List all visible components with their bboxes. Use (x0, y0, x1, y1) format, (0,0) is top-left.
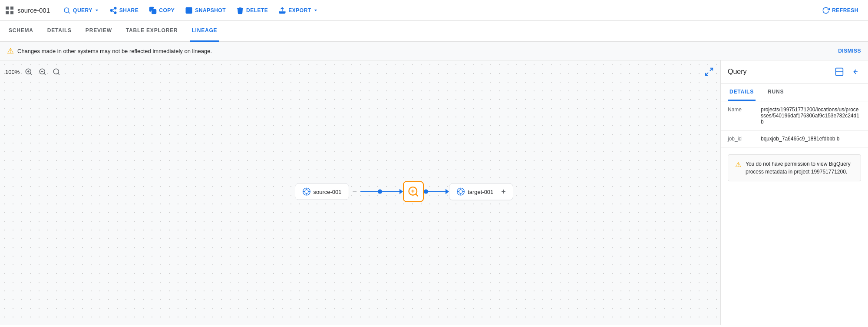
title-text: source-001 (17, 7, 50, 14)
svg-point-7 (114, 7, 116, 9)
svg-line-10 (112, 11, 114, 12)
panel-title: Query (728, 68, 830, 76)
target-table-icon (456, 187, 465, 196)
share-icon (109, 7, 117, 14)
panel-tab-runs[interactable]: RUNS (766, 83, 785, 101)
detail-row-name: Name projects/199751771200/locations/us/… (721, 101, 868, 130)
detail-key-jobid: job_id (728, 136, 754, 142)
query-node[interactable] (403, 181, 424, 202)
warning-box-text: You do not have permission to view BigQu… (746, 160, 854, 176)
svg-line-36 (416, 194, 418, 196)
connector-left: − (349, 187, 403, 196)
dot-right (424, 190, 428, 194)
svg-marker-17 (314, 10, 317, 11)
tab-table-explorer[interactable]: TABLE EXPLORER (124, 21, 180, 42)
export-icon (278, 7, 286, 14)
svg-rect-12 (152, 9, 156, 13)
target-node-label: target-001 (468, 188, 493, 195)
source-node-icon (302, 187, 310, 196)
notification-bar: ⚠ Changes made in other systems may not … (0, 42, 868, 60)
source-node[interactable]: source-001 (294, 184, 349, 200)
snapshot-button[interactable]: SNAPSHOT (181, 4, 230, 17)
connector-right (424, 189, 449, 194)
zoom-reset-icon (53, 68, 60, 76)
main-area: 100% (0, 60, 868, 325)
line-left2 (382, 191, 399, 192)
tab-lineage[interactable]: LINEAGE (190, 21, 219, 42)
panel-layout-button[interactable] (833, 66, 845, 78)
panel-collapse-button[interactable] (849, 66, 861, 78)
refresh-icon (822, 7, 830, 14)
canvas-area[interactable]: 100% (0, 60, 720, 325)
warning-box: ⚠ You do not have permission to view Big… (728, 154, 861, 181)
snapshot-icon (185, 7, 193, 14)
table-search-icon (302, 187, 310, 196)
detail-key-name: Name (728, 107, 754, 125)
notification-text: Changes made in other systems may not be… (17, 48, 835, 54)
zoom-out-icon (39, 68, 46, 76)
svg-point-40 (459, 190, 462, 193)
svg-rect-1 (10, 7, 13, 10)
svg-point-30 (304, 190, 308, 193)
zoom-level: 100% (5, 69, 21, 75)
page-title: source-001 (5, 6, 50, 15)
arrow-left (399, 189, 403, 194)
right-panel: Query DETAILS RUNS (720, 60, 868, 325)
copy-icon (149, 7, 157, 14)
tab-details[interactable]: DETAILS (46, 21, 73, 42)
share-button[interactable]: SHARE (105, 4, 143, 17)
delete-button[interactable]: DELETE (232, 4, 272, 17)
svg-rect-13 (186, 7, 192, 13)
warning-box-icon: ⚠ (735, 160, 741, 169)
zoom-controls: 100% (5, 66, 63, 78)
grid-icon (5, 6, 14, 15)
expand-icon (704, 67, 714, 77)
panel-tab-details[interactable]: DETAILS (728, 83, 756, 101)
dot-left (378, 190, 382, 194)
detail-value-jobid: bquxjob_7a6465c9_1881efdbbb b (761, 136, 840, 142)
layout-icon (835, 67, 844, 76)
line-left (360, 191, 378, 192)
collapse-panel-icon (851, 67, 859, 76)
expand-canvas-button[interactable] (703, 66, 715, 78)
export-button[interactable]: EXPORT (274, 4, 322, 17)
query-button[interactable]: QUERY (59, 4, 103, 17)
collapse-button[interactable]: − (353, 187, 357, 196)
lineage-diagram: source-001 − (294, 181, 513, 202)
expand-node-button[interactable]: + (501, 187, 506, 196)
zoom-out-button[interactable] (36, 66, 49, 78)
top-bar: source-001 QUERY SHARE COPY SNAPSHOT DEL… (0, 0, 868, 21)
svg-line-5 (68, 12, 70, 13)
copy-button[interactable]: COPY (145, 4, 179, 17)
panel-content: Name projects/199751771200/locations/us/… (721, 101, 868, 325)
svg-line-19 (30, 73, 31, 74)
dismiss-button[interactable]: DISMISS (838, 48, 861, 54)
panel-header: Query (721, 60, 868, 83)
refresh-button[interactable]: REFRESH (818, 4, 863, 17)
svg-point-25 (53, 69, 59, 74)
svg-line-23 (44, 73, 45, 74)
zoom-in-button[interactable] (23, 66, 35, 78)
svg-marker-6 (96, 10, 98, 11)
svg-point-4 (64, 8, 69, 13)
zoom-reset-button[interactable] (50, 66, 63, 78)
query-node-icon (407, 186, 419, 198)
svg-point-8 (110, 9, 112, 11)
svg-line-28 (706, 73, 708, 75)
detail-row-jobid: job_id bquxjob_7a6465c9_1881efdbbb b (721, 130, 868, 147)
warning-icon: ⚠ (7, 46, 14, 56)
tab-schema[interactable]: SCHEMA (7, 21, 35, 42)
svg-line-26 (58, 73, 59, 74)
tab-bar: SCHEMA DETAILS PREVIEW TABLE EXPLORER LI… (0, 21, 868, 42)
target-node-icon (456, 187, 465, 196)
target-node[interactable]: target-001 + (449, 183, 513, 200)
source-node-label: source-001 (313, 188, 341, 195)
svg-line-27 (710, 68, 713, 71)
tab-preview[interactable]: PREVIEW (84, 21, 114, 42)
query-arrow-icon (95, 8, 99, 13)
panel-tabs: DETAILS RUNS (721, 83, 868, 101)
svg-rect-0 (6, 7, 9, 10)
export-arrow-icon (314, 8, 318, 13)
line-right (428, 191, 446, 192)
svg-rect-3 (10, 11, 13, 14)
